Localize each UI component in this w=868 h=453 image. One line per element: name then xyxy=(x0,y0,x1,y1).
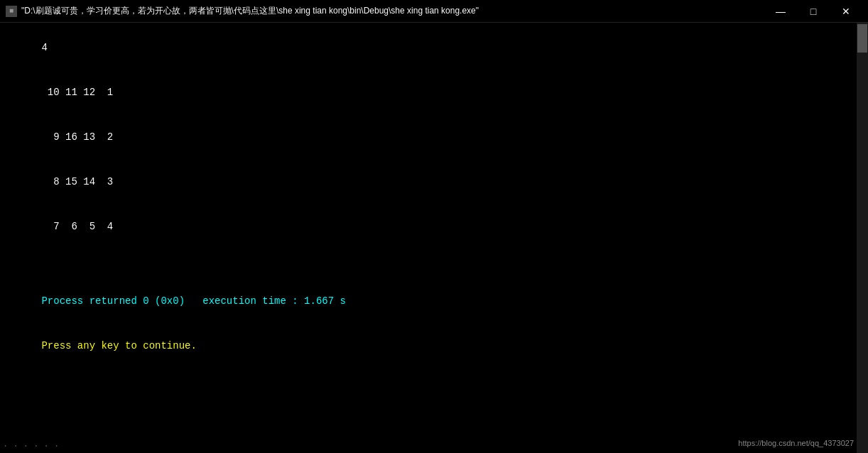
window-controls: — □ ✕ xyxy=(764,0,862,23)
output-line5: 7 6 5 4 xyxy=(41,221,113,232)
window-icon: ■ xyxy=(6,6,17,17)
watermark: https://blog.csdn.net/qq_4373027 xyxy=(738,439,854,447)
bottom-dots: · · · · · · xyxy=(0,440,62,453)
output-line4: 8 15 14 3 xyxy=(41,176,113,187)
scrollbar-thumb[interactable] xyxy=(857,24,867,53)
title-bar-left: ■ "D:\刷题诚可贵，学习价更高，若为开心故，两者皆可抛\代码点这里\she … xyxy=(6,5,479,17)
window-title: "D:\刷题诚可贵，学习价更高，若为开心故，两者皆可抛\代码点这里\she xi… xyxy=(21,5,479,17)
close-button[interactable]: ✕ xyxy=(830,0,862,23)
title-bar: ■ "D:\刷题诚可贵，学习价更高，若为开心故，两者皆可抛\代码点这里\she … xyxy=(0,0,868,23)
console-area: 4 10 11 12 1 9 16 13 2 8 15 14 3 7 6 5 4… xyxy=(0,23,868,453)
process-returned-line: Process returned 0 (0x0) execution time … xyxy=(41,295,345,307)
press-any-key-line: Press any key to continue. xyxy=(41,340,196,351)
maximize-button[interactable]: □ xyxy=(797,0,830,23)
terminal-window: ■ "D:\刷题诚可贵，学习价更高，若为开心故，两者皆可抛\代码点这里\she … xyxy=(0,0,868,453)
output-line2: 10 11 12 1 xyxy=(41,87,113,98)
icon-symbol: ■ xyxy=(9,7,13,15)
console-output: 4 10 11 12 1 9 16 13 2 8 15 14 3 7 6 5 4… xyxy=(6,26,851,369)
output-line3: 9 16 13 2 xyxy=(41,131,113,143)
scrollbar[interactable] xyxy=(857,23,868,453)
output-line1: 4 xyxy=(41,42,47,53)
minimize-button[interactable]: — xyxy=(764,0,797,23)
